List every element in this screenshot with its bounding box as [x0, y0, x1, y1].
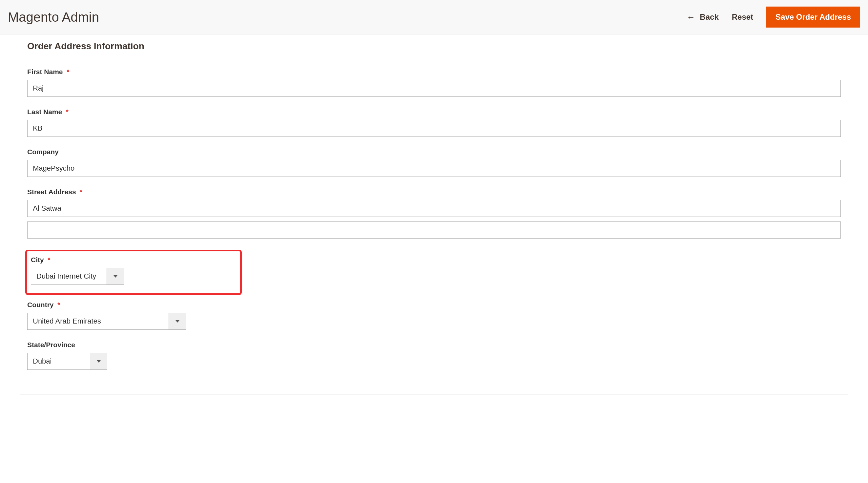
first-name-label: First Name *	[27, 68, 841, 76]
company-label: Company	[27, 148, 841, 156]
first-name-field: First Name *	[25, 68, 843, 97]
label-text: Country	[27, 301, 54, 308]
last-name-field: Last Name *	[25, 108, 843, 137]
street-address-input-2[interactable]	[27, 221, 841, 239]
label-text: First Name	[27, 68, 63, 76]
state-province-select-value: Dubai	[28, 353, 90, 369]
save-order-address-button[interactable]: Save Order Address	[766, 6, 860, 28]
country-label: Country *	[27, 301, 841, 309]
city-highlight-box: City * Dubai Internet City	[25, 250, 242, 295]
first-name-input[interactable]	[27, 80, 841, 97]
country-select[interactable]: United Arab Emirates	[27, 313, 186, 330]
city-label: City *	[31, 256, 236, 264]
country-select-toggle[interactable]	[168, 313, 186, 329]
label-text: City	[31, 256, 44, 264]
order-address-panel: Order Address Information First Name * L…	[20, 34, 848, 394]
required-icon: *	[57, 301, 60, 308]
header-actions: ← Back Reset Save Order Address	[687, 6, 860, 28]
caret-down-icon	[176, 320, 180, 323]
city-select-value: Dubai Internet City	[31, 268, 106, 284]
required-icon: *	[80, 188, 82, 195]
page-title: Magento Admin	[8, 10, 99, 25]
required-icon: *	[66, 108, 68, 116]
section-title: Order Address Information	[25, 41, 843, 52]
page-header: Magento Admin ← Back Reset Save Order Ad…	[0, 0, 868, 34]
last-name-input[interactable]	[27, 120, 841, 137]
content: Order Address Information First Name * L…	[0, 34, 868, 407]
company-field: Company	[25, 148, 843, 177]
last-name-label: Last Name *	[27, 108, 841, 116]
required-icon: *	[67, 68, 69, 76]
company-input[interactable]	[27, 160, 841, 177]
state-province-label: State/Province	[27, 341, 841, 349]
state-province-select-toggle[interactable]	[90, 353, 107, 369]
back-button[interactable]: ← Back	[687, 12, 718, 22]
city-select-toggle[interactable]	[106, 268, 124, 284]
required-icon: *	[48, 256, 51, 264]
caret-down-icon	[97, 360, 101, 363]
label-text: Street Address	[27, 188, 76, 195]
label-text: State/Province	[27, 341, 75, 349]
street-address-input-1[interactable]	[27, 200, 841, 217]
city-field: City * Dubai Internet City	[31, 256, 236, 285]
street-address-label: Street Address *	[27, 188, 841, 196]
arrow-left-icon: ←	[687, 13, 695, 21]
label-text: Company	[27, 148, 59, 155]
city-select[interactable]: Dubai Internet City	[31, 268, 124, 285]
caret-down-icon	[114, 275, 118, 278]
reset-button[interactable]: Reset	[732, 12, 753, 22]
street-address-field: Street Address *	[25, 188, 843, 239]
country-select-value: United Arab Emirates	[28, 313, 168, 329]
state-province-select[interactable]: Dubai	[27, 353, 107, 370]
country-field: Country * United Arab Emirates	[25, 301, 843, 330]
back-button-label: Back	[700, 12, 718, 22]
label-text: Last Name	[27, 108, 62, 116]
state-province-field: State/Province Dubai	[25, 341, 843, 370]
